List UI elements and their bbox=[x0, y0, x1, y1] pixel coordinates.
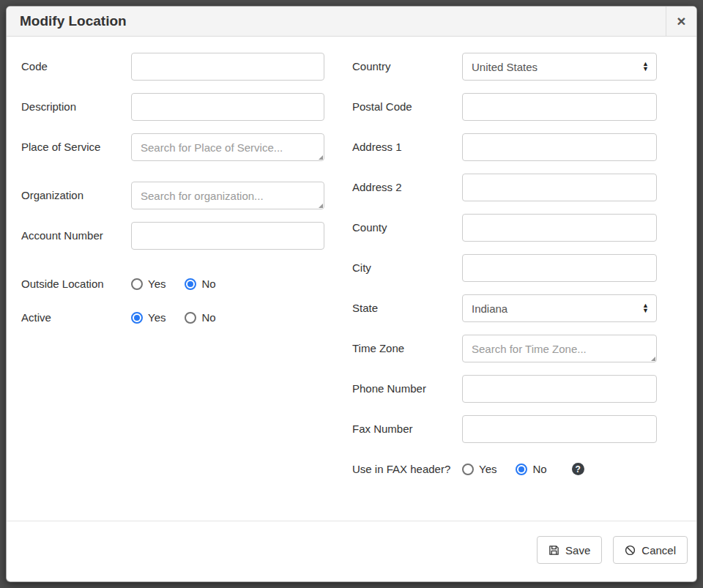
outside-location-label: Outside Location bbox=[21, 270, 131, 291]
save-icon bbox=[548, 545, 559, 556]
field-row-place-of-service: Place of Service bbox=[21, 133, 324, 161]
help-icon-glyph: ? bbox=[576, 464, 581, 475]
state-label: State bbox=[352, 294, 462, 322]
updown-arrows-icon: ▲▼ bbox=[642, 62, 649, 72]
phone-number-input[interactable] bbox=[462, 375, 657, 403]
use-in-fax-header-no-label: No bbox=[532, 463, 546, 475]
state-select-value: Indiana bbox=[472, 302, 507, 315]
description-label: Description bbox=[21, 93, 131, 121]
county-label: County bbox=[352, 214, 462, 242]
use-in-fax-header-yes-radio[interactable] bbox=[462, 464, 474, 475]
phone-number-label: Phone Number bbox=[352, 375, 462, 403]
fax-number-input[interactable] bbox=[462, 415, 657, 443]
cancel-icon bbox=[625, 545, 636, 556]
outside-location-no-label: No bbox=[201, 278, 215, 290]
cancel-button-label: Cancel bbox=[641, 544, 676, 557]
fax-number-label: Fax Number bbox=[352, 415, 462, 443]
field-row-organization: Organization bbox=[21, 182, 324, 209]
dialog-footer: Save Cancel bbox=[7, 521, 696, 581]
field-row-address-2: Address 2 bbox=[352, 174, 657, 201]
field-row-active: Active Yes No bbox=[21, 304, 324, 325]
outside-location-no-radio[interactable] bbox=[185, 278, 196, 290]
postal-code-label: Postal Code bbox=[352, 93, 462, 121]
address-2-input[interactable] bbox=[462, 174, 657, 201]
address-1-label: Address 1 bbox=[352, 133, 462, 161]
field-row-description: Description bbox=[21, 93, 324, 121]
field-row-use-in-fax-header: Use in FAX header? Yes No ? bbox=[352, 455, 657, 477]
field-row-fax-number: Fax Number bbox=[352, 415, 657, 443]
field-row-account-number: Account Number bbox=[21, 222, 324, 250]
dialog-header: Modify Location × bbox=[7, 7, 696, 37]
place-of-service-label: Place of Service bbox=[21, 133, 131, 161]
use-in-fax-header-label: Use in FAX header? bbox=[352, 455, 462, 477]
use-in-fax-header-no-radio[interactable] bbox=[516, 464, 527, 475]
description-input[interactable] bbox=[131, 93, 324, 121]
page-backdrop: { "modal": { "title": "Modify Location" … bbox=[0, 0, 703, 588]
cancel-button[interactable]: Cancel bbox=[613, 536, 688, 564]
field-row-country: Country United States ▲▼ bbox=[352, 53, 657, 81]
account-number-label: Account Number bbox=[21, 222, 131, 250]
active-label: Active bbox=[21, 304, 131, 325]
organization-label: Organization bbox=[21, 182, 131, 209]
place-of-service-search-input[interactable] bbox=[131, 133, 324, 161]
code-label: Code bbox=[21, 53, 131, 81]
modify-location-dialog: Modify Location × Code Description Place… bbox=[6, 6, 697, 582]
field-row-code: Code bbox=[21, 53, 324, 81]
code-input[interactable] bbox=[131, 53, 324, 81]
active-yes-label: Yes bbox=[148, 311, 165, 324]
country-select[interactable]: United States ▲▼ bbox=[462, 53, 657, 81]
close-button[interactable]: × bbox=[666, 7, 696, 36]
use-in-fax-header-yes-label: Yes bbox=[479, 463, 496, 475]
city-input[interactable] bbox=[462, 254, 657, 282]
updown-arrows-icon: ▲▼ bbox=[642, 303, 649, 313]
account-number-input[interactable] bbox=[131, 222, 324, 250]
postal-code-input[interactable] bbox=[462, 93, 657, 121]
close-icon: × bbox=[677, 12, 685, 30]
field-row-phone-number: Phone Number bbox=[352, 375, 657, 403]
dialog-body: Code Description Place of Service bbox=[7, 37, 696, 521]
field-row-state: State Indiana ▲▼ bbox=[352, 294, 657, 322]
time-zone-search-input[interactable] bbox=[462, 335, 657, 362]
active-no-radio[interactable] bbox=[185, 312, 196, 324]
state-select[interactable]: Indiana ▲▼ bbox=[462, 294, 657, 322]
left-column: Code Description Place of Service bbox=[21, 53, 324, 338]
field-row-time-zone: Time Zone bbox=[352, 335, 657, 362]
field-row-outside-location: Outside Location Yes No bbox=[21, 270, 324, 291]
field-row-county: County bbox=[352, 214, 657, 242]
right-column: Country United States ▲▼ Postal Code bbox=[352, 53, 657, 489]
country-label: Country bbox=[352, 53, 462, 81]
dialog-title: Modify Location bbox=[7, 7, 666, 36]
county-input[interactable] bbox=[462, 214, 657, 242]
address-2-label: Address 2 bbox=[352, 174, 462, 201]
country-select-value: United States bbox=[472, 61, 538, 73]
field-row-city: City bbox=[352, 254, 657, 282]
address-1-input[interactable] bbox=[462, 133, 657, 161]
save-button-label: Save bbox=[565, 544, 590, 557]
outside-location-yes-label: Yes bbox=[148, 278, 165, 290]
time-zone-label: Time Zone bbox=[352, 335, 462, 362]
active-yes-radio[interactable] bbox=[131, 312, 143, 324]
active-no-label: No bbox=[201, 311, 215, 324]
city-label: City bbox=[352, 254, 462, 282]
save-button[interactable]: Save bbox=[537, 536, 602, 564]
field-row-postal-code: Postal Code bbox=[352, 93, 657, 121]
help-icon[interactable]: ? bbox=[572, 463, 584, 475]
outside-location-yes-radio[interactable] bbox=[131, 278, 143, 290]
organization-search-input[interactable] bbox=[131, 182, 324, 209]
field-row-address-1: Address 1 bbox=[352, 133, 657, 161]
